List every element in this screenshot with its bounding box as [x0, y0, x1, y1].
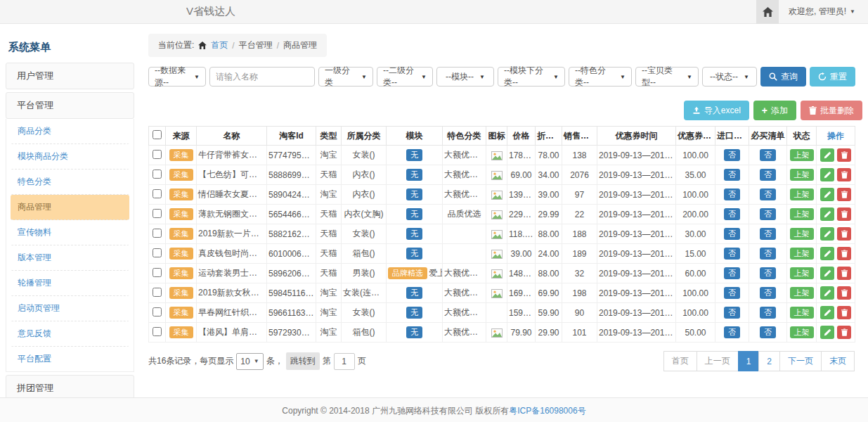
per-page-select[interactable]: 10 ▼: [236, 353, 263, 370]
row-checkbox[interactable]: [153, 268, 162, 277]
search-button[interactable]: 查询: [760, 67, 806, 87]
edit-button[interactable]: [820, 286, 834, 300]
module-badge[interactable]: 无: [406, 169, 422, 181]
edit-button[interactable]: [820, 148, 834, 162]
page-number-input[interactable]: [334, 353, 355, 370]
import-select-badge[interactable]: 否: [724, 248, 740, 260]
row-checkbox[interactable]: [153, 209, 162, 218]
delete-button[interactable]: [837, 227, 851, 241]
edit-button[interactable]: [820, 267, 834, 280]
status-badge[interactable]: 上架: [790, 287, 814, 299]
filter-select-4[interactable]: --模块下分类--▼: [498, 67, 565, 87]
icp-link[interactable]: 粤ICP备16098006号: [509, 406, 585, 416]
status-badge[interactable]: 上架: [790, 326, 814, 338]
must-buy-badge[interactable]: 否: [760, 169, 776, 181]
edit-button[interactable]: [820, 168, 834, 181]
module-badge[interactable]: 无: [406, 149, 422, 161]
row-checkbox[interactable]: [153, 307, 162, 316]
page-button-5[interactable]: 下一页: [779, 351, 822, 371]
sidebar-item-8[interactable]: 启动页管理: [11, 296, 129, 321]
edit-button[interactable]: [820, 306, 834, 319]
status-badge[interactable]: 上架: [790, 208, 814, 220]
filter-select-2[interactable]: --二级分类--▼: [377, 67, 433, 87]
must-buy-badge[interactable]: 否: [760, 307, 776, 319]
module-badge[interactable]: 无: [406, 307, 422, 319]
select-all-checkbox[interactable]: [153, 130, 162, 139]
delete-button[interactable]: [837, 188, 851, 201]
edit-button[interactable]: [820, 227, 834, 241]
sidebar-item-2[interactable]: 模块商品分类: [11, 144, 129, 170]
must-buy-badge[interactable]: 否: [760, 149, 776, 161]
must-buy-badge[interactable]: 否: [760, 228, 776, 240]
sidebar-item-3[interactable]: 特色分类: [11, 170, 129, 195]
status-badge[interactable]: 上架: [790, 307, 814, 319]
row-checkbox[interactable]: [153, 170, 162, 179]
delete-button[interactable]: [837, 286, 851, 300]
import-select-badge[interactable]: 否: [724, 287, 740, 299]
module-badge[interactable]: 无: [406, 326, 422, 338]
bulk-delete-button[interactable]: 批量删除: [801, 101, 862, 120]
delete-button[interactable]: [837, 148, 851, 162]
delete-button[interactable]: [837, 207, 851, 221]
must-buy-badge[interactable]: 否: [760, 287, 776, 299]
import-select-badge[interactable]: 否: [724, 307, 740, 319]
import-select-badge[interactable]: 否: [724, 267, 740, 279]
jump-to-button[interactable]: 跳转到: [286, 352, 320, 370]
row-checkbox[interactable]: [153, 150, 162, 159]
page-button-4[interactable]: 2: [758, 351, 780, 371]
edit-button[interactable]: [820, 247, 834, 260]
status-badge[interactable]: 上架: [790, 188, 814, 200]
import-select-badge[interactable]: 否: [724, 228, 740, 240]
edit-button[interactable]: [820, 326, 834, 339]
import-select-badge[interactable]: 否: [724, 208, 740, 220]
page-button-1[interactable]: 首页: [663, 351, 697, 371]
row-checkbox[interactable]: [153, 229, 162, 238]
must-buy-badge[interactable]: 否: [760, 326, 776, 338]
sidebar-item-7[interactable]: 轮播管理: [11, 271, 129, 296]
sidebar-item-5[interactable]: 宣传物料: [11, 220, 129, 245]
status-badge[interactable]: 上架: [790, 248, 814, 260]
import-select-badge[interactable]: 否: [724, 188, 740, 200]
edit-button[interactable]: [820, 188, 834, 201]
delete-button[interactable]: [837, 168, 851, 181]
delete-button[interactable]: [837, 326, 851, 339]
breadcrumb-home-link[interactable]: 首页: [211, 39, 228, 51]
edit-button[interactable]: [820, 207, 834, 221]
module-badge[interactable]: 品牌精选: [388, 267, 427, 279]
add-button[interactable]: + 添加: [753, 101, 796, 120]
filter-select-1[interactable]: 一级分类▼: [318, 67, 373, 87]
filter-select-6[interactable]: --宝贝类型--▼: [635, 67, 699, 87]
must-buy-badge[interactable]: 否: [760, 188, 776, 200]
status-badge[interactable]: 上架: [790, 228, 814, 240]
row-checkbox[interactable]: [153, 189, 162, 198]
module-badge[interactable]: 无: [406, 228, 422, 240]
reset-button[interactable]: 重置: [810, 67, 855, 87]
module-badge[interactable]: 无: [406, 208, 422, 220]
delete-button[interactable]: [837, 306, 851, 319]
filter-select-3[interactable]: --模块--▼: [436, 67, 494, 87]
page-button-6[interactable]: 末页: [821, 351, 855, 371]
import-select-badge[interactable]: 否: [724, 326, 740, 338]
home-button[interactable]: [756, 0, 779, 24]
data-source-select[interactable]: --数据来源--▼: [148, 67, 206, 87]
import-select-badge[interactable]: 否: [724, 149, 740, 161]
import-excel-button[interactable]: 导入excel: [684, 101, 749, 120]
sidebar-group-1[interactable]: 拼团管理: [6, 375, 134, 397]
row-checkbox[interactable]: [153, 288, 162, 297]
module-badge[interactable]: 无: [406, 188, 422, 200]
sidebar-group-users[interactable]: 用户管理: [6, 63, 134, 89]
row-checkbox[interactable]: [153, 248, 162, 257]
module-badge[interactable]: 无: [406, 248, 422, 260]
filter-select-7[interactable]: --状态--▼: [702, 67, 757, 87]
module-badge[interactable]: 无: [406, 287, 422, 299]
status-badge[interactable]: 上架: [790, 149, 814, 161]
sidebar-item-9[interactable]: 意见反馈: [11, 321, 129, 347]
must-buy-badge[interactable]: 否: [760, 267, 776, 279]
status-badge[interactable]: 上架: [790, 267, 814, 279]
status-badge[interactable]: 上架: [790, 169, 814, 181]
delete-button[interactable]: [837, 247, 851, 260]
must-buy-badge[interactable]: 否: [760, 208, 776, 220]
delete-button[interactable]: [837, 267, 851, 280]
row-checkbox[interactable]: [153, 327, 162, 336]
import-select-badge[interactable]: 否: [724, 169, 740, 181]
